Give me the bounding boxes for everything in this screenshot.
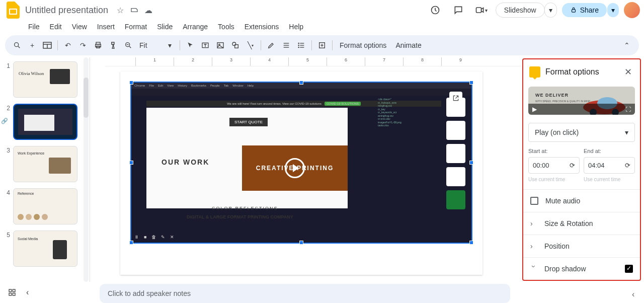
end-time-input[interactable]: 04:04 ⟳	[584, 157, 635, 174]
print-button[interactable]	[91, 38, 105, 52]
position-section[interactable]: › Position	[523, 235, 640, 257]
collapse-filmstrip-icon[interactable]: ‹	[26, 288, 29, 297]
slideshow-button[interactable]: Slideshow	[496, 3, 545, 18]
shadow-checkbox[interactable]	[625, 265, 633, 273]
comments-icon[interactable]	[449, 1, 467, 19]
pen-tool[interactable]	[264, 38, 278, 52]
menu-slide[interactable]: Slide	[153, 22, 177, 32]
svg-rect-1	[10, 10, 16, 14]
chevron-down-icon: ›	[530, 265, 538, 272]
stop-icon: ■	[144, 235, 146, 240]
slide-thumbnail-1[interactable]: Olivia Wilson	[13, 61, 77, 98]
vertical-ruler	[90, 66, 105, 282]
quote-button: START QUOTE	[229, 118, 268, 126]
speaker-notes[interactable]: Click to add speaker notes	[100, 284, 510, 303]
pause-icon: ⏸	[134, 235, 139, 240]
slide-number: 5	[3, 231, 10, 267]
svg-point-5	[15, 43, 19, 47]
close-panel-icon[interactable]: ✕	[622, 64, 634, 80]
new-slide-button[interactable]: +	[25, 38, 39, 52]
video-content: ChromeFileEditViewHistoryBookmarksPeople…	[131, 83, 471, 243]
doc-title[interactable]: Untitled presentation	[22, 4, 111, 17]
slide-thumbnail-4[interactable]: Reference	[13, 188, 77, 224]
slides-logo[interactable]	[4, 1, 22, 19]
slideshow-dropdown[interactable]: ▾	[544, 3, 557, 18]
play-mode-select[interactable]: Play (on click) ▾	[528, 123, 635, 142]
menu-insert[interactable]: Insert	[93, 22, 119, 32]
menubar: File Edit View Insert Format Slide Arran…	[0, 20, 644, 33]
preview-play-icon[interactable]: ▶	[532, 106, 537, 113]
svg-point-26	[298, 47, 299, 47]
svg-rect-3	[476, 8, 481, 13]
footer: ‹	[0, 282, 91, 303]
chevron-right-icon: ›	[530, 219, 537, 228]
meet-icon[interactable]: ▾	[472, 1, 491, 19]
paint-format-button[interactable]	[106, 38, 120, 52]
animate-button[interactable]: Animate	[391, 41, 425, 49]
start-at-label: Start at:	[528, 148, 580, 154]
menu-tools[interactable]: Tools	[214, 22, 238, 32]
menu-view[interactable]: View	[68, 22, 91, 32]
format-options-button[interactable]: Format options	[336, 41, 390, 49]
popout-icon[interactable]	[449, 92, 462, 105]
insert-tool[interactable]	[315, 38, 329, 52]
user-avatar[interactable]	[624, 2, 640, 18]
slide-thumbnail-5[interactable]: Social Media	[13, 231, 77, 267]
chevron-right-icon: ›	[530, 242, 537, 250]
history-icon[interactable]	[426, 1, 444, 19]
link-icon: 🔗	[1, 118, 8, 124]
list-tool[interactable]	[294, 38, 308, 52]
slide-canvas[interactable]: ChromeFileEditViewHistoryBookmarksPeople…	[120, 71, 482, 275]
svg-rect-34	[9, 289, 12, 292]
svg-rect-4	[572, 10, 575, 12]
preview-fullscreen-icon[interactable]: ⛶	[625, 106, 631, 112]
star-icon[interactable]: ☆	[115, 5, 125, 15]
app-header: Untitled presentation ☆ ☁ ▾ Slideshow ▾ …	[0, 0, 644, 20]
svg-rect-37	[13, 293, 15, 295]
video-object[interactable]: ChromeFileEditViewHistoryBookmarksPeople…	[130, 82, 472, 244]
menu-arrange[interactable]: Arrange	[179, 22, 212, 32]
move-icon[interactable]	[129, 5, 139, 15]
canvas-area[interactable]: 123456789 ChromeFileEditViewHistoryBookm…	[90, 57, 521, 282]
collapse-toolbar-icon[interactable]: ⌃	[620, 38, 634, 52]
menu-extensions[interactable]: Extensions	[240, 22, 283, 32]
refresh-icon[interactable]: ⟳	[570, 162, 575, 169]
start-time-input[interactable]: 00:00 ⟳	[528, 157, 580, 174]
grid-view-icon[interactable]	[8, 288, 16, 296]
zoom-button[interactable]	[121, 38, 135, 52]
menu-file[interactable]: File	[24, 22, 44, 32]
redo-button[interactable]: ↷	[76, 38, 90, 52]
zoom-dropdown[interactable]: ▾	[163, 38, 177, 52]
cloud-icon[interactable]: ☁	[143, 5, 153, 15]
share-dropdown[interactable]: ▾	[607, 3, 619, 17]
format-options-panel: Format options ✕ WE DELIVER WITH SPEED, …	[522, 58, 641, 281]
size-rotation-section[interactable]: › Size & Rotation	[523, 212, 640, 235]
explore-icon[interactable]: ‹	[632, 290, 641, 299]
refresh-icon[interactable]: ⟳	[625, 162, 630, 169]
align-tool[interactable]	[279, 38, 293, 52]
search-icon[interactable]	[10, 38, 24, 52]
image-tool[interactable]	[213, 38, 227, 52]
slide-thumbnail-2[interactable]	[13, 104, 77, 140]
layout-button[interactable]	[40, 38, 54, 52]
svg-point-16	[232, 42, 236, 46]
video-preview[interactable]: WE DELIVER WITH SPEED, PRECISION & QUALI…	[528, 87, 635, 115]
slide-thumbnail-3[interactable]: Work Experience	[13, 146, 77, 182]
line-tool[interactable]: ╲ ▾	[244, 38, 258, 52]
undo-button[interactable]: ↶	[61, 38, 75, 52]
filmstrip-scrollbar[interactable]	[84, 57, 89, 282]
svg-point-25	[298, 45, 299, 45]
use-current-hint[interactable]: Use current time	[584, 177, 635, 182]
shape-tool[interactable]	[228, 38, 243, 52]
menu-format[interactable]: Format	[121, 22, 151, 32]
share-button[interactable]: Share	[562, 3, 607, 17]
use-current-hint[interactable]: Use current time	[528, 177, 580, 182]
menu-help[interactable]: Help	[285, 22, 307, 32]
menu-edit[interactable]: Edit	[46, 22, 66, 32]
zoom-level[interactable]: Fit	[136, 38, 162, 52]
text-box-tool[interactable]	[198, 38, 212, 52]
select-tool[interactable]	[183, 38, 197, 52]
drop-shadow-section[interactable]: › Drop shadow	[523, 257, 640, 280]
mute-audio-row[interactable]: Mute audio	[523, 190, 640, 212]
mute-checkbox[interactable]	[530, 197, 538, 205]
